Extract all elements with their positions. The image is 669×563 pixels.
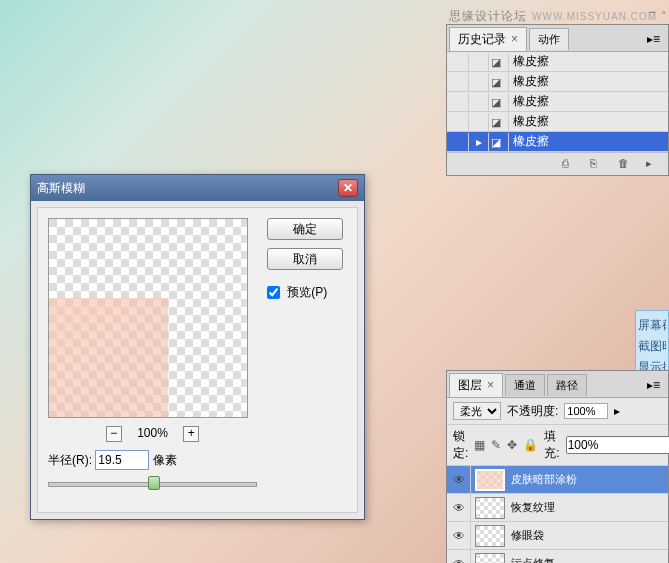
radius-row: 半径(R): 像素 (48, 450, 257, 494)
history-col1 (449, 53, 469, 71)
cancel-button[interactable]: 取消 (267, 248, 343, 270)
tab-channels[interactable]: 通道 (505, 374, 545, 396)
layer-row[interactable]: 👁恢复纹理 (447, 494, 668, 522)
history-col1 (449, 133, 469, 151)
dialog-right: 确定 取消 预览(P) (267, 218, 347, 502)
eraser-icon: ◪ (489, 53, 509, 71)
layer-row[interactable]: 👁修眼袋 (447, 522, 668, 550)
visibility-eye-icon[interactable]: 👁 (447, 466, 471, 493)
close-panel-icon[interactable]: ◦ (662, 5, 666, 19)
info-row-1: 截图时 (638, 336, 666, 357)
history-item-label: 橡皮擦 (509, 113, 549, 130)
watermark-url: WWW.MISSYUAN.COM (532, 11, 657, 22)
lock-transparent-icon[interactable]: ▦ (474, 438, 485, 452)
chevron-icon[interactable]: ▸ (614, 404, 620, 418)
preview-label: 预览(P) (287, 285, 327, 299)
lock-all-icon[interactable]: 🔒 (523, 438, 538, 452)
history-list: ◪橡皮擦◪橡皮擦◪橡皮擦◪橡皮擦▸◪橡皮擦 (447, 52, 668, 152)
opacity-label: 不透明度: (507, 403, 558, 420)
radius-input[interactable] (95, 450, 149, 470)
layer-name[interactable]: 污点修复 (509, 556, 668, 563)
eraser-icon: ◪ (489, 73, 509, 91)
panel-controls: − ◦ (649, 5, 666, 19)
tab-paths[interactable]: 路径 (547, 374, 587, 396)
history-col1 (449, 73, 469, 91)
history-item[interactable]: ◪橡皮擦 (447, 72, 668, 92)
preview-check-row: 预览(P) (267, 284, 347, 301)
history-footer: ⎙ ⎘ 🗑 ▸ (447, 152, 668, 175)
history-item-label: 橡皮擦 (509, 73, 549, 90)
watermark: 思缘设计论坛 WWW.MISSYUAN.COM (449, 8, 657, 25)
watermark-text: 思缘设计论坛 (449, 9, 527, 23)
dialog-title: 高斯模糊 (37, 180, 85, 197)
zoom-controls: − 100% + (48, 426, 257, 442)
dialog-titlebar[interactable]: 高斯模糊 ✕ (31, 175, 364, 201)
layer-options-row: 柔光 不透明度: ▸ (447, 398, 668, 425)
radius-label: 半径(R): (48, 453, 92, 467)
tab-layers[interactable]: 图层 × (449, 373, 503, 397)
layer-row[interactable]: 👁污点修复 (447, 550, 668, 563)
history-col2 (469, 113, 489, 131)
tab-actions[interactable]: 动作 (529, 28, 569, 50)
layer-thumbnail[interactable] (475, 469, 505, 491)
minimize-icon[interactable]: − (649, 5, 656, 19)
history-col1 (449, 93, 469, 111)
layer-name[interactable]: 皮肤暗部涂粉 (509, 472, 668, 487)
layer-name[interactable]: 修眼袋 (509, 528, 668, 543)
blur-preview[interactable] (48, 218, 248, 418)
history-item[interactable]: ◪橡皮擦 (447, 112, 668, 132)
lock-paint-icon[interactable]: ✎ (491, 438, 501, 452)
history-item-label: 橡皮擦 (509, 93, 549, 110)
history-new-doc-icon[interactable]: ⎙ (562, 157, 578, 171)
eraser-icon: ◪ (489, 133, 509, 151)
visibility-eye-icon[interactable]: 👁 (447, 494, 471, 521)
opacity-input[interactable] (564, 403, 608, 419)
history-panel: − ◦ 历史记录 × 动作 ▸≡ ◪橡皮擦◪橡皮擦◪橡皮擦◪橡皮擦▸◪橡皮擦 ⎙… (446, 24, 669, 176)
close-icon[interactable]: ✕ (338, 179, 358, 197)
slider-thumb[interactable] (148, 476, 160, 490)
history-col2: ▸ (469, 133, 489, 151)
tab-history[interactable]: 历史记录 × (449, 27, 527, 51)
tab-history-label: 历史记录 (458, 32, 506, 46)
visibility-eye-icon[interactable]: 👁 (447, 550, 471, 563)
panel-menu-icon[interactable]: ▸≡ (641, 378, 666, 392)
zoom-in-button[interactable]: + (183, 426, 199, 442)
history-col2 (469, 73, 489, 91)
history-col2 (469, 93, 489, 111)
zoom-out-button[interactable]: − (106, 426, 122, 442)
history-snapshot-icon[interactable]: ⎘ (590, 157, 606, 171)
history-item[interactable]: ◪橡皮擦 (447, 92, 668, 112)
preview-checkbox[interactable] (267, 286, 280, 299)
tab-layers-label: 图层 (458, 378, 482, 392)
layers-list: 👁皮肤暗部涂粉👁恢复纹理👁修眼袋👁污点修复 (447, 466, 668, 563)
radius-slider[interactable] (48, 474, 257, 494)
history-col1 (449, 113, 469, 131)
layer-name[interactable]: 恢复纹理 (509, 500, 668, 515)
history-item[interactable]: ▸◪橡皮擦 (447, 132, 668, 152)
zoom-percent: 100% (137, 426, 168, 440)
history-delete-icon[interactable]: 🗑 (618, 157, 634, 171)
radius-unit: 像素 (153, 453, 177, 467)
blend-mode-select[interactable]: 柔光 (453, 402, 501, 420)
info-row-0: 屏幕截 (638, 315, 666, 336)
layer-row[interactable]: 👁皮肤暗部涂粉 (447, 466, 668, 494)
layer-thumbnail[interactable] (475, 525, 505, 547)
fill-input[interactable] (566, 436, 669, 454)
layers-panel: 图层 × 通道 路径 ▸≡ 柔光 不透明度: ▸ 锁定: ▦ ✎ ✥ 🔒 填充:… (446, 370, 669, 563)
history-tabs: 历史记录 × 动作 ▸≡ (447, 25, 668, 52)
visibility-eye-icon[interactable]: 👁 (447, 522, 471, 549)
lock-move-icon[interactable]: ✥ (507, 438, 517, 452)
layer-lock-row: 锁定: ▦ ✎ ✥ 🔒 填充: ▸ (447, 425, 668, 466)
history-more-icon[interactable]: ▸ (646, 157, 662, 171)
history-item-label: 橡皮擦 (509, 133, 549, 150)
history-item[interactable]: ◪橡皮擦 (447, 52, 668, 72)
tab-close-icon[interactable]: × (487, 378, 494, 392)
panel-menu-icon[interactable]: ▸≡ (641, 32, 666, 46)
layer-thumbnail[interactable] (475, 497, 505, 519)
dialog-left: − 100% + 半径(R): 像素 (48, 218, 257, 502)
history-col2 (469, 53, 489, 71)
layer-thumbnail[interactable] (475, 553, 505, 564)
tab-close-icon[interactable]: × (511, 32, 518, 46)
ok-button[interactable]: 确定 (267, 218, 343, 240)
lock-label: 锁定: (453, 428, 468, 462)
